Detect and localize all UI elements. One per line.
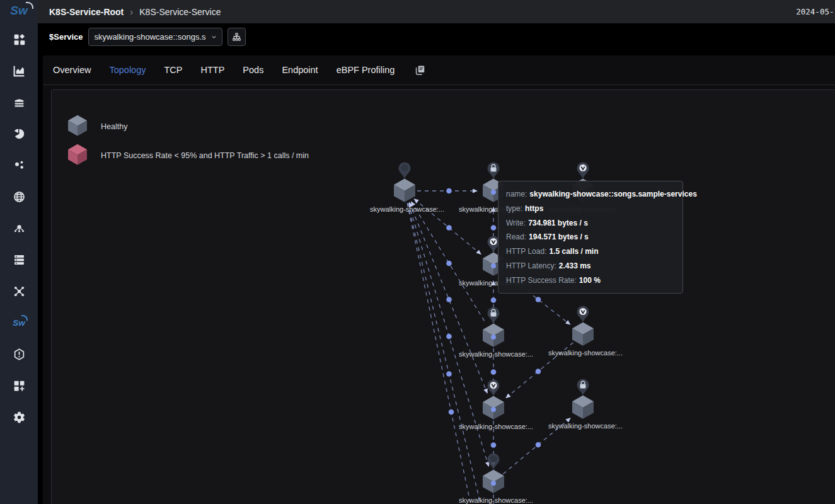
node-anchor-dot bbox=[491, 263, 496, 268]
tab-topology[interactable]: Topology bbox=[109, 65, 146, 75]
sidebar-item-topology-x[interactable] bbox=[6, 278, 32, 304]
node-label: skywalking-showcase:... bbox=[548, 422, 623, 430]
sidebar-item-server-list[interactable] bbox=[6, 247, 32, 272]
tooltip-row-value: 1.5 calls / min bbox=[549, 247, 598, 256]
sidebar-item-mesh-node[interactable] bbox=[6, 215, 32, 241]
node-label: skywalking-showcase:... bbox=[459, 350, 533, 358]
dashboard-tabs: OverviewTopologyTCPHTTPPodsEndpointeBPF … bbox=[43, 55, 835, 85]
sidebar-item-area-chart[interactable] bbox=[6, 58, 32, 83]
node-tooltip: name:skywalking-showcase::songs.sample-s… bbox=[498, 181, 683, 294]
legend-label: Healthy bbox=[101, 122, 127, 131]
edge-traffic-dot bbox=[491, 225, 497, 231]
alert-hexagon-icon bbox=[13, 348, 26, 361]
tooltip-row: Read:194.571 bytes / s bbox=[506, 230, 675, 244]
breadcrumb-current: K8S-Service-Service bbox=[139, 7, 221, 17]
topology-legend: HealthyHTTP Success Rate < 95% and HTTP … bbox=[67, 115, 309, 173]
service-select[interactable]: skywalking-showcase::songs.s bbox=[88, 28, 222, 46]
top-header-bar: K8S-Service-Root › K8S-Service-Service 2… bbox=[38, 0, 835, 23]
tooltip-row-label: HTTP Load: bbox=[506, 247, 546, 256]
date-display[interactable]: 2024-05-1 bbox=[796, 7, 835, 16]
node-label: skywalking-showcase:... bbox=[459, 496, 533, 504]
tooltip-row-value: 2.433 ms bbox=[559, 261, 591, 270]
tooltip-row-value: skywalking-showcase::songs.sample-servic… bbox=[529, 190, 696, 198]
chevron-down-icon bbox=[210, 33, 218, 41]
edge-traffic-dot bbox=[491, 297, 497, 303]
edge-traffic-dot bbox=[536, 297, 541, 302]
legend-item: Healthy bbox=[67, 115, 309, 138]
topology-node[interactable]: skywalking-showcase:... bbox=[459, 307, 533, 358]
tooltip-row-label: HTTP Success Rate: bbox=[506, 276, 577, 285]
settings-gear-icon bbox=[13, 411, 26, 424]
sidebar-item-globe[interactable] bbox=[6, 184, 32, 209]
copy-pages-button[interactable] bbox=[414, 64, 426, 76]
edge-traffic-dot bbox=[446, 334, 452, 340]
area-chart-icon bbox=[13, 64, 26, 77]
legend-item: HTTP Success Rate < 95% and HTTP Traffic… bbox=[67, 144, 309, 167]
tab-endpoint[interactable]: Endpoint bbox=[282, 65, 318, 75]
mesh-node-icon bbox=[13, 222, 26, 235]
sidebar-item-pie-chart[interactable] bbox=[6, 121, 32, 146]
service-label: $Service bbox=[49, 32, 83, 42]
topology-node[interactable]: skywalking-showcase:... bbox=[548, 306, 623, 357]
tooltip-row: Write:734.981 bytes / s bbox=[506, 216, 675, 231]
breadcrumb-separator-icon: › bbox=[130, 6, 133, 17]
tab-overview[interactable]: Overview bbox=[53, 65, 91, 75]
edge-traffic-dot bbox=[446, 371, 452, 377]
edge-traffic-dot bbox=[446, 225, 452, 231]
sidebar-item-alert-hexagon[interactable] bbox=[6, 341, 32, 367]
tooltip-row-label: type: bbox=[506, 204, 522, 213]
topology-node[interactable]: skywalking-showcase:... bbox=[459, 380, 533, 431]
topology-x-icon bbox=[13, 285, 26, 298]
tooltip-row-label: Read: bbox=[506, 232, 526, 241]
edge-traffic-dot bbox=[446, 261, 452, 266]
grid-dashboard-icon bbox=[13, 33, 26, 46]
breadcrumb: K8S-Service-Root › K8S-Service-Service bbox=[38, 6, 221, 17]
skywalking-logo[interactable]: Sw bbox=[10, 4, 27, 18]
tooltip-row: name:skywalking-showcase::songs.sample-s… bbox=[506, 187, 675, 202]
breadcrumb-root[interactable]: K8S-Service-Root bbox=[49, 7, 124, 17]
dashboard-container: OverviewTopologyTCPHTTPPodsEndpointeBPF … bbox=[43, 55, 835, 504]
legend-label: HTTP Success Rate < 95% and HTTP Traffic… bbox=[101, 151, 309, 160]
edge-traffic-dot bbox=[446, 188, 452, 194]
edge-traffic-dot bbox=[536, 442, 541, 448]
edge-traffic-dot bbox=[491, 369, 497, 375]
scatter-dots-icon bbox=[13, 159, 26, 172]
tooltip-row-value: 194.571 bytes / s bbox=[529, 232, 589, 241]
topology-node[interactable]: skywalking-showcase:... bbox=[370, 163, 444, 214]
sitemap-icon bbox=[232, 32, 241, 42]
sidebar-item-settings-gear[interactable] bbox=[6, 404, 32, 430]
node-label: skywalking-showcase:... bbox=[370, 205, 444, 213]
layers-icon bbox=[13, 96, 26, 109]
sidebar-item-scatter-dots[interactable] bbox=[6, 152, 32, 178]
edge-traffic-dot bbox=[446, 297, 452, 302]
edge-traffic-dot bbox=[449, 410, 454, 415]
tab-ebpf-profiling[interactable]: eBPF Profiling bbox=[337, 65, 395, 75]
node-anchor-dot bbox=[491, 335, 496, 340]
tooltip-row-label: HTTP Latency: bbox=[506, 261, 556, 270]
pie-chart-icon bbox=[13, 127, 26, 140]
service-select-value: skywalking-showcase::songs.s bbox=[95, 32, 210, 42]
globe-icon bbox=[13, 190, 26, 203]
server-list-icon bbox=[13, 253, 26, 266]
sidebar-item-skywalking[interactable]: Sw bbox=[6, 310, 32, 335]
tab-tcp[interactable]: TCP bbox=[164, 65, 182, 75]
copy-pages-icon bbox=[414, 64, 426, 76]
tooltip-row: HTTP Latency:2.433 ms bbox=[506, 259, 675, 273]
sidebar: Sw Sw bbox=[0, 0, 38, 504]
tooltip-row-value: https bbox=[525, 204, 543, 213]
edge-traffic-dot bbox=[491, 442, 497, 448]
tab-pods[interactable]: Pods bbox=[243, 65, 263, 75]
legend-cube-icon bbox=[67, 144, 88, 167]
topology-view-button[interactable] bbox=[227, 28, 246, 46]
edge-traffic-dot bbox=[536, 369, 541, 374]
tab-http[interactable]: HTTP bbox=[200, 65, 224, 75]
widgets-add-icon bbox=[13, 379, 26, 392]
sidebar-item-grid-dashboard[interactable] bbox=[6, 26, 32, 52]
sidebar-item-layers[interactable] bbox=[6, 89, 32, 115]
tooltip-row: HTTP Load:1.5 calls / min bbox=[506, 244, 675, 259]
tooltip-row-value: 734.981 bytes / s bbox=[528, 219, 588, 227]
topology-node[interactable]: skywalking-showcase:... bbox=[548, 379, 623, 430]
sidebar-item-widgets-add[interactable] bbox=[6, 373, 32, 398]
node-label: skywalking-showcase:... bbox=[459, 423, 533, 430]
node-anchor-dot bbox=[491, 407, 496, 412]
